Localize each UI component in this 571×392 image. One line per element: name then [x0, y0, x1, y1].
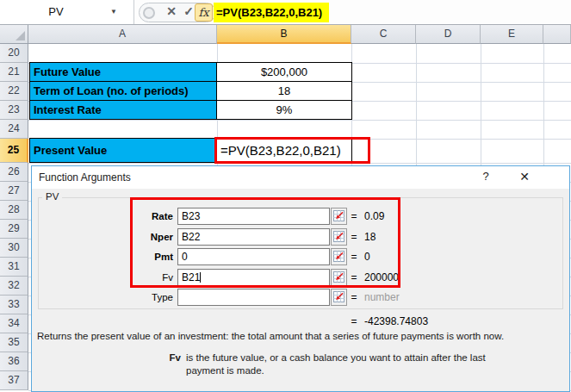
cell-a22[interactable]: Term of Loan (no. of periods) — [29, 81, 217, 101]
column-header-a[interactable]: A — [28, 25, 217, 44]
gridline — [28, 120, 571, 121]
insert-function-button[interactable]: fx — [195, 3, 213, 22]
cell-a25[interactable]: Present Value — [29, 138, 217, 163]
range-picker-icon — [333, 291, 344, 302]
formula-input[interactable]: =PV(B23,B22,0,B21) — [214, 3, 329, 22]
cell-b22[interactable]: 18 — [216, 81, 352, 101]
row-header-36[interactable]: 36 — [0, 352, 28, 371]
field-label-type: Type — [49, 289, 173, 306]
row-header-20[interactable]: 20 — [0, 44, 28, 63]
column-header-e[interactable]: E — [481, 25, 543, 44]
function-description: Returns the present value of an investme… — [37, 331, 564, 341]
column-header-partial[interactable] — [543, 25, 571, 44]
column-header-b[interactable]: B — [217, 25, 351, 44]
dialog-title: Function Arguments — [39, 171, 131, 184]
help-button[interactable]: ? — [477, 170, 494, 183]
field-result-type: number — [364, 289, 400, 306]
cell-a23[interactable]: Interest Rate — [29, 100, 217, 120]
cell-b23[interactable]: 9% — [216, 100, 352, 120]
row-header-29[interactable]: 29 — [0, 220, 28, 239]
column-header-c[interactable]: C — [351, 25, 416, 44]
close-button[interactable]: ✕ — [515, 170, 534, 184]
row-header-28[interactable]: 28 — [0, 201, 28, 220]
record-circle-icon — [143, 7, 155, 19]
field-equals: = — [349, 289, 359, 306]
select-all-corner[interactable] — [0, 25, 28, 44]
select-all-triangle-icon — [16, 31, 25, 40]
row-header-23[interactable]: 23 — [0, 101, 28, 120]
row-header-30[interactable]: 30 — [0, 239, 28, 258]
row-header-27[interactable]: 27 — [0, 182, 28, 201]
annotation-box-dialog-fields — [130, 197, 400, 288]
annotation-box-formula-cell — [214, 137, 370, 164]
argument-help-term: Fv — [155, 352, 181, 363]
name-box-value: PV — [0, 5, 112, 18]
name-box-dropdown-icon[interactable]: ▼ — [110, 8, 117, 16]
cancel-button[interactable]: ✕ — [164, 4, 179, 18]
function-name-label: PV — [42, 191, 62, 202]
row-header-22[interactable]: 22 — [0, 82, 28, 101]
cell-b21[interactable]: $200,000 — [216, 62, 352, 82]
cell-a21[interactable]: Future Value — [29, 62, 217, 82]
field-input-type[interactable] — [177, 289, 330, 306]
formula-bar: PV ▼ ✕ ✓ fx =PV(B23,B22,0,B21) — [0, 0, 571, 25]
row-header-35[interactable]: 35 — [0, 333, 28, 352]
column-header-d[interactable]: D — [416, 25, 481, 44]
argument-help-line2: payment is made. — [186, 365, 556, 376]
formula-result-value: -42398.74803 — [364, 315, 428, 327]
row-header-31[interactable]: 31 — [0, 258, 28, 277]
row-header-34[interactable]: 34 — [0, 314, 28, 333]
name-box[interactable]: PV ▼ — [0, 0, 134, 24]
excel-window: PV ▼ ✕ ✓ fx =PV(B23,B22,0,B21) ABCDE 202… — [0, 0, 571, 392]
row-header-32[interactable]: 32 — [0, 277, 28, 296]
row-header-33[interactable]: 33 — [0, 296, 28, 314]
row-header-26[interactable]: 26 — [0, 163, 28, 182]
row-header-25[interactable]: 25 — [0, 139, 28, 163]
row-header-37[interactable]: 37 — [0, 371, 28, 390]
row-header-24[interactable]: 24 — [0, 120, 28, 139]
collapse-dialog-button-type[interactable] — [331, 289, 347, 306]
argument-help-line1: is the future value, or a cash balance y… — [186, 352, 556, 363]
formula-result-equals: = — [349, 315, 359, 327]
dialog-titlebar[interactable]: Function Arguments ? ✕ — [32, 166, 569, 189]
row-header-21[interactable]: 21 — [0, 63, 28, 82]
